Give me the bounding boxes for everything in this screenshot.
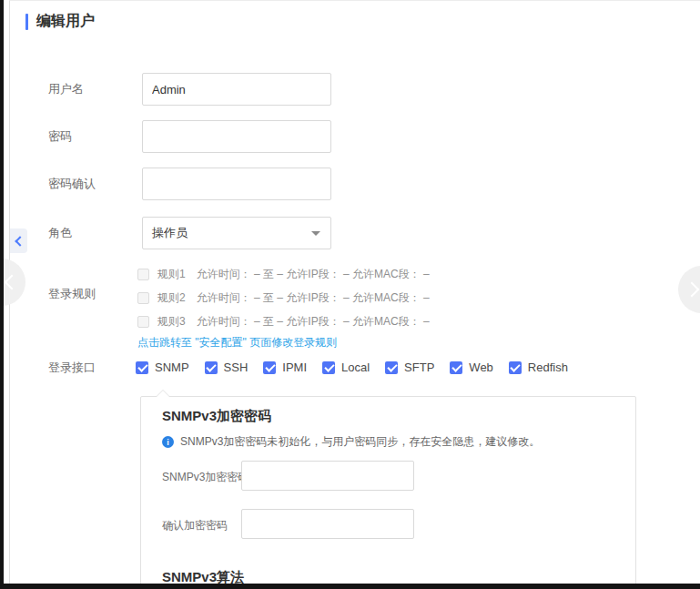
ipmi-checkbox[interactable] [263,361,276,374]
sftp-checkbox[interactable] [385,361,398,374]
interface-label: SSH [224,361,249,374]
login-rule-row: 规则1 允许时间： – 至 – 允许IP段： – 允许MAC段： – [137,262,430,286]
snmpv3-confirm-password-label: 确认加密密码 [162,518,228,533]
snmp-checkbox[interactable] [136,361,148,374]
rule1-checkbox[interactable] [137,269,149,280]
login-interfaces-group: SNMP SSH IPMI Local SFTP Web [136,361,568,374]
role-select-value: 操作员 [152,225,188,241]
interface-label: SNMP [155,361,189,374]
redfish-checkbox[interactable] [509,361,522,374]
interface-option-ssh[interactable]: SSH [205,361,249,374]
snmpv3-panel-title: SNMPv3加密密码 [162,408,271,425]
role-select[interactable]: 操作员 [142,217,331,249]
interface-label: SFTP [404,361,434,374]
web-checkbox[interactable] [450,361,462,374]
role-label: 角色 [48,226,72,240]
rule-detail: 允许时间： – 至 – 允许IP段： – 允许MAC段： – [197,314,430,330]
sidebar-collapse-tab[interactable] [10,228,27,253]
edit-user-screen: 编辑用户 用户名 密码 密码确认 角色 操作员 登录规则 规则1 允许时间： –… [0,0,700,589]
rule-detail: 允许时间： – 至 – 允许IP段： – 允许MAC段： – [197,290,430,306]
page-title-text: 编辑用户 [36,12,95,31]
rule3-checkbox[interactable] [137,316,149,328]
security-config-link[interactable]: 点击跳转至 "安全配置" 页面修改登录规则 [137,335,337,350]
edit-user-page: 编辑用户 用户名 密码 密码确认 角色 操作员 登录规则 规则1 允许时间： –… [9,0,700,589]
local-checkbox[interactable] [322,361,335,374]
interface-label: Web [469,361,493,374]
password-label: 密码 [48,129,72,144]
login-rule-row: 规则3 允许时间： – 至 – 允许IP段： – 允许MAC段： – [137,310,430,333]
login-rules-label: 登录规则 [48,287,96,301]
rule-detail: 允许时间： – 至 – 允许IP段： – 允许MAC段： – [197,267,430,282]
rule2-checkbox[interactable] [137,292,149,304]
page-title: 编辑用户 [25,12,95,31]
ssh-checkbox[interactable] [205,361,218,374]
snmpv3-notice: i SNMPv3加密密码未初始化，与用户密码同步，存在安全隐患，建议修改。 [162,434,540,450]
login-rules-list: 规则1 允许时间： – 至 – 允许IP段： – 允许MAC段： – 规则2 允… [137,262,430,333]
rule-name: 规则1 [157,267,186,282]
confirm-password-input[interactable] [142,168,331,200]
window-edge-left [0,0,4,589]
snmpv3-password-panel: SNMPv3加密密码 i SNMPv3加密密码未初始化，与用户密码同步，存在安全… [140,396,636,589]
window-edge-bottom [0,584,700,589]
username-input[interactable] [142,73,331,106]
username-label: 用户名 [48,82,84,96]
interface-label: IPMI [282,361,307,374]
chevron-down-icon [311,231,320,236]
interface-option-local[interactable]: Local [322,361,370,374]
chevron-left-icon [5,275,20,290]
interface-option-ipmi[interactable]: IPMI [263,361,307,374]
chevron-right-icon [685,282,700,298]
snmpv3-confirm-password-input[interactable] [241,509,414,539]
interface-label: Local [341,361,370,374]
snmpv3-password-label: SNMPv3加密密码 [162,470,249,484]
interface-option-sftp[interactable]: SFTP [385,361,434,374]
interface-option-redfish[interactable]: Redfish [509,361,568,374]
snmpv3-notice-text: SNMPv3加密密码未初始化，与用户密码同步，存在安全隐患，建议修改。 [180,434,540,450]
interface-option-web[interactable]: Web [450,361,493,374]
rule-name: 规则2 [157,290,186,306]
interface-option-snmp[interactable]: SNMP [136,361,189,374]
snmpv3-password-input[interactable] [241,461,414,491]
rule-name: 规则3 [157,314,186,330]
login-interfaces-label: 登录接口 [48,361,96,375]
chevron-left-icon [15,236,25,246]
confirm-password-label: 密码确认 [48,177,96,191]
interface-label: Redfish [528,361,568,374]
login-rule-row: 规则2 允许时间： – 至 – 允许IP段： – 允许MAC段： – [137,286,430,310]
info-icon: i [162,436,174,448]
password-input[interactable] [142,120,331,153]
title-accent-bar [25,14,28,30]
